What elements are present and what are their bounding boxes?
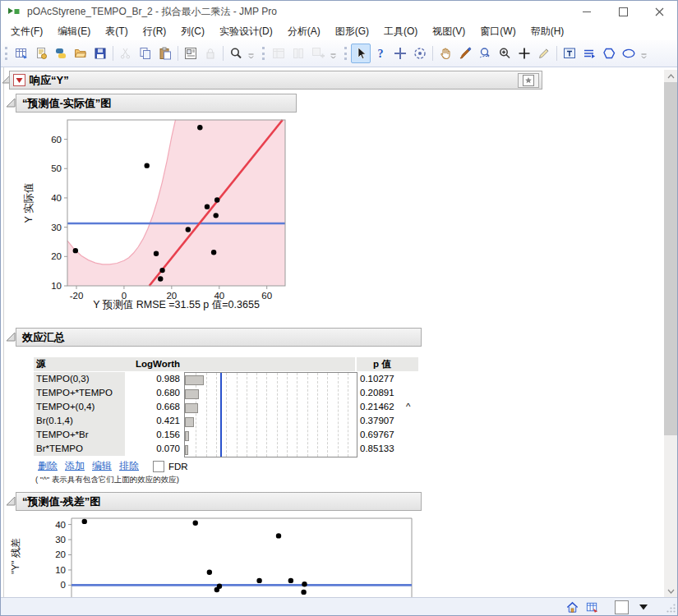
annotate-icon[interactable] xyxy=(560,44,579,63)
effect-row-source[interactable]: Br(0.1,4) xyxy=(34,414,125,428)
line-tool-icon[interactable] xyxy=(579,44,599,63)
data-point[interactable] xyxy=(205,204,210,209)
color-swatch[interactable] xyxy=(615,600,629,614)
data-point[interactable] xyxy=(193,521,198,526)
menu-item-3[interactable]: 行(R) xyxy=(136,22,174,41)
resize-grip[interactable] xyxy=(665,602,676,616)
bookmark-star-button[interactable] xyxy=(518,73,539,88)
save-icon[interactable] xyxy=(90,44,110,63)
brush-icon[interactable] xyxy=(410,44,430,63)
data-point[interactable] xyxy=(288,578,293,583)
data-point[interactable] xyxy=(214,197,219,202)
new-application-icon[interactable] xyxy=(31,44,51,63)
action-link-0[interactable]: 删除 xyxy=(38,459,58,473)
new-data-table-icon[interactable] xyxy=(12,44,31,63)
arrow-icon[interactable] xyxy=(351,44,371,63)
paste-icon[interactable] xyxy=(155,44,175,63)
search-icon[interactable] xyxy=(226,44,246,63)
home-icon[interactable] xyxy=(564,599,580,615)
dropdown-arrow-icon[interactable] xyxy=(635,599,652,615)
minimize-button[interactable] xyxy=(569,1,605,22)
toolbar-grip[interactable] xyxy=(262,47,265,60)
scroll-up-button[interactable] xyxy=(664,70,677,82)
data-point[interactable] xyxy=(301,590,306,595)
data-point[interactable] xyxy=(217,584,222,589)
data-point[interactable] xyxy=(186,227,191,232)
disclosure-triangle-icon[interactable] xyxy=(6,332,16,342)
data-point[interactable] xyxy=(214,213,219,218)
vertical-scrollbar[interactable] xyxy=(664,70,677,597)
data-point[interactable] xyxy=(145,163,150,168)
data-point[interactable] xyxy=(211,250,216,255)
plus-icon[interactable] xyxy=(514,44,534,63)
fdr-checkbox[interactable] xyxy=(153,461,164,472)
polygon-icon[interactable] xyxy=(599,44,619,63)
open-icon[interactable] xyxy=(71,44,90,63)
disclosure-triangle-icon[interactable] xyxy=(6,496,16,506)
help-icon[interactable]: ? xyxy=(371,44,390,63)
data-point[interactable] xyxy=(276,533,281,538)
effect-row-source[interactable]: TEMPO+*TEMPO xyxy=(34,386,125,400)
oval-icon[interactable] xyxy=(619,44,639,63)
menu-item-11[interactable]: 帮助(H) xyxy=(523,22,572,41)
section-header-actual-by-predicted[interactable]: “预测值-实际值”图 xyxy=(16,94,297,113)
journal-icon[interactable] xyxy=(181,44,201,63)
data-table-icon[interactable] xyxy=(583,599,600,615)
col-header-source[interactable]: 源 xyxy=(34,357,125,371)
data-point[interactable] xyxy=(82,519,87,524)
menu-item-0[interactable]: 文件(F) xyxy=(3,22,50,41)
residual-by-predicted-plot[interactable]: 010203040"Y" 残差 xyxy=(7,517,418,597)
toolbar-group-1 xyxy=(260,44,339,63)
action-link-1[interactable]: 添加 xyxy=(65,459,85,473)
grabber-icon[interactable] xyxy=(436,44,455,63)
menu-item-2[interactable]: 表(T) xyxy=(98,22,135,41)
data-point[interactable] xyxy=(207,570,212,575)
data-point[interactable] xyxy=(197,125,202,130)
menu-item-8[interactable]: 工具(O) xyxy=(376,22,425,41)
data-point[interactable] xyxy=(158,276,163,281)
copy-icon[interactable] xyxy=(136,44,155,63)
toolbar-overflow-icon[interactable] xyxy=(247,48,255,63)
scrollbar-thumb[interactable] xyxy=(664,82,677,435)
effect-row-source[interactable]: TEMPO+(0,4) xyxy=(34,400,125,414)
effect-row-source[interactable]: Br*TEMPO xyxy=(34,442,125,456)
crosshair-icon[interactable] xyxy=(390,44,410,63)
disclosure-triangle-icon[interactable] xyxy=(6,98,16,108)
section-header-residual-by-predicted[interactable]: “预测值-残差”图 xyxy=(16,492,422,511)
action-link-2[interactable]: 编辑 xyxy=(92,459,112,473)
menu-item-6[interactable]: 分析(A) xyxy=(280,22,328,41)
python-script-icon[interactable] xyxy=(51,44,71,63)
action-link-3[interactable]: 排除 xyxy=(119,459,139,473)
menu-item-7[interactable]: 图形(G) xyxy=(328,22,376,41)
outline-node-response-y[interactable]: 响应“Y” xyxy=(9,71,542,90)
data-point[interactable] xyxy=(159,268,164,273)
menu-item-1[interactable]: 编辑(E) xyxy=(50,22,98,41)
data-point[interactable] xyxy=(302,582,307,586)
col-header-logworth[interactable]: LogWorth xyxy=(122,357,184,371)
paintbrush-icon[interactable] xyxy=(455,44,475,63)
toolbar-grip[interactable] xyxy=(5,47,7,60)
section-header-effect-summary[interactable]: 效应汇总 xyxy=(16,328,422,347)
scroller-icon[interactable] xyxy=(534,44,554,63)
toolbar-overflow-icon[interactable] xyxy=(330,48,337,63)
lasso-icon[interactable] xyxy=(475,44,495,63)
scroll-down-button[interactable] xyxy=(664,585,677,597)
menu-item-4[interactable]: 列(C) xyxy=(173,22,212,41)
toolbar-grip[interactable] xyxy=(344,47,347,60)
effect-row-source[interactable]: TEMPO+*Br xyxy=(34,428,125,442)
menu-item-5[interactable]: 实验设计(D) xyxy=(212,22,280,41)
effect-row-source[interactable]: TEMPO(0,3) xyxy=(34,372,125,386)
magnifier-icon[interactable] xyxy=(495,44,514,63)
close-button[interactable] xyxy=(641,1,677,22)
toolbar-overflow-icon[interactable] xyxy=(640,48,648,63)
data-point[interactable] xyxy=(256,578,261,583)
actual-by-predicted-plot[interactable]: -200204060102030405060Y 实际值Y 预测值 RMSE =3… xyxy=(7,116,303,318)
maximize-button[interactable] xyxy=(605,1,641,22)
menu-item-10[interactable]: 窗口(W) xyxy=(473,22,523,41)
menu-item-9[interactable]: 视图(V) xyxy=(425,22,473,41)
data-point[interactable] xyxy=(154,251,159,256)
col-header-p-value[interactable]: p 值 xyxy=(357,357,418,371)
data-point[interactable] xyxy=(73,248,78,253)
red-triangle-menu-icon[interactable] xyxy=(13,74,25,86)
title-bar[interactable]: pOAcStyrene_TEMPO_Br_2 - 拟合最小二乘法 - JMP P… xyxy=(1,1,677,22)
